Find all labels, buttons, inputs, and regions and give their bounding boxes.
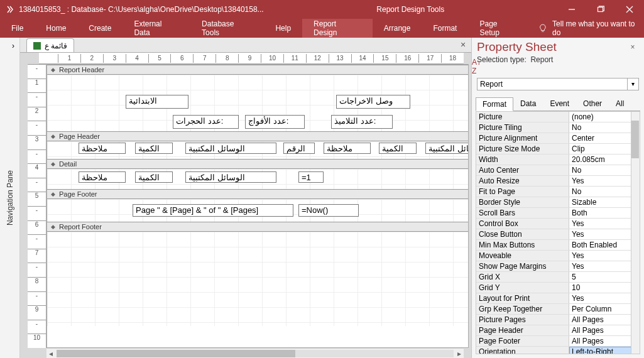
property-row[interactable]: Show Page MarginsYes (476, 261, 640, 272)
vertical-ruler[interactable]: -1-2-3-4-5-6-7-8-9-10 (28, 64, 46, 348)
control[interactable]: الكمية (135, 143, 173, 154)
close-tab-button[interactable]: × (459, 40, 467, 49)
close-panel-button[interactable]: × (626, 41, 639, 53)
property-row[interactable]: Layout for PrintYes (476, 293, 640, 304)
control[interactable]: الكمية (379, 143, 417, 154)
property-value[interactable]: No (569, 165, 640, 175)
property-value[interactable]: 10 (569, 283, 640, 293)
property-row[interactable]: Grp Keep TogetherPer Column (476, 304, 640, 315)
section-bar[interactable]: Report Header (47, 65, 468, 75)
property-value[interactable]: Clip (569, 144, 640, 154)
property-value[interactable]: Per Column (569, 304, 640, 314)
control[interactable]: =Now() (298, 204, 359, 217)
property-row[interactable]: Width20.085cm (476, 155, 640, 165)
property-row[interactable]: Page FooterAll Pages (476, 336, 640, 347)
control[interactable]: وصل الاخراجات (336, 95, 410, 109)
close-button[interactable] (615, 0, 644, 19)
property-tab-other[interactable]: Other (576, 97, 609, 111)
control[interactable]: الوسائل المكتبية (185, 143, 276, 154)
control[interactable]: الوسائل المكتبية (185, 171, 276, 183)
property-tab-all[interactable]: All (609, 97, 631, 111)
scrollbar-thumb[interactable] (57, 350, 295, 357)
property-row[interactable]: Control BoxYes (476, 219, 640, 229)
object-selector[interactable]: ▾ (477, 78, 639, 90)
property-tab-format[interactable]: Format (476, 97, 513, 111)
control[interactable]: ملاحظة (324, 143, 371, 154)
horizontal-scrollbar[interactable]: ◂ ▸ (46, 348, 464, 358)
section-body[interactable]: الابتدائيةوصل الاخراجاتعدد الحجرات:عدد ا… (47, 75, 468, 131)
property-row[interactable]: Border StyleSizable (476, 197, 640, 208)
property-value[interactable]: 20.085cm (569, 155, 640, 165)
scroll-left-icon[interactable]: ◂ (46, 349, 55, 358)
property-row[interactable]: Min Max ButtonsBoth Enabled (476, 240, 640, 251)
property-value[interactable]: Sizable (569, 197, 640, 207)
property-value[interactable]: All Pages (569, 315, 640, 325)
horizontal-ruler[interactable]: 123456789101112131415161718 (39, 53, 464, 64)
section-body[interactable]: ملاحظةالكميةالوسائل المكتبيةالرقمملاحظةا… (47, 141, 468, 159)
property-row[interactable]: Fit to PageNo (476, 187, 640, 197)
property-value[interactable]: Yes (569, 176, 640, 186)
property-row[interactable]: Picture AlignmentCenter (476, 133, 640, 144)
ribbon-tab-create[interactable]: Create (77, 19, 123, 38)
property-value[interactable]: Yes (569, 261, 640, 271)
ribbon-tab-help[interactable]: Help (264, 19, 302, 38)
nav-forward-icon[interactable] (5, 4, 15, 14)
property-value[interactable]: Yes (569, 229, 640, 239)
property-grid[interactable]: Picture(none)Picture TilingNoPicture Ali… (476, 111, 640, 354)
property-tab-data[interactable]: Data (513, 97, 543, 111)
section-body[interactable]: Page " & [Page] & " of " & [Pages]=Now() (47, 199, 468, 222)
file-tab[interactable]: File (0, 19, 35, 38)
section-bar[interactable]: Report Footer (47, 222, 468, 232)
property-value[interactable]: Both (569, 208, 640, 218)
property-row[interactable]: Picture(none) (476, 112, 640, 122)
document-tab[interactable]: قائمة ع (26, 38, 74, 52)
scrollbar-thumb[interactable] (631, 121, 639, 158)
property-value[interactable]: Center (569, 133, 640, 143)
dropdown-icon[interactable]: ▾ (628, 78, 639, 90)
vertical-scrollbar[interactable] (631, 112, 640, 354)
property-value[interactable]: No (569, 122, 640, 133)
property-value[interactable]: Yes (569, 219, 640, 229)
property-row[interactable]: Page HeaderAll Pages (476, 325, 640, 336)
control[interactable]: ملاحظة (79, 143, 126, 154)
sort-icon[interactable]: A↓Z (472, 58, 639, 75)
property-row[interactable]: OrientationLeft-to-Right (476, 347, 640, 354)
control[interactable]: عدد الأفواج: (245, 115, 305, 129)
ribbon-tab-format[interactable]: Format (422, 19, 468, 38)
property-row[interactable]: Scroll BarsBoth (476, 208, 640, 219)
ribbon-tab-page-setup[interactable]: Page Setup (468, 19, 530, 38)
chevron-right-icon[interactable]: › (12, 41, 14, 50)
property-row[interactable]: Auto CenterNo (476, 165, 640, 176)
property-row[interactable]: Auto ResizeYes (476, 176, 640, 187)
property-row[interactable]: Picture PagesAll Pages (476, 315, 640, 325)
control[interactable]: الابتدائية (126, 95, 188, 109)
section-body[interactable] (47, 232, 468, 326)
property-row[interactable]: MoveableYes (476, 251, 640, 261)
control[interactable]: الكمية (135, 171, 173, 183)
property-value[interactable]: Left-to-Right (569, 347, 640, 354)
property-value[interactable]: All Pages (569, 325, 640, 335)
scroll-right-icon[interactable]: ▸ (455, 349, 464, 358)
property-value[interactable]: Yes (569, 251, 640, 261)
ribbon-tab-report-design[interactable]: Report Design (302, 19, 373, 38)
section-bar[interactable]: Page Footer (47, 189, 468, 199)
property-row[interactable]: Picture Size ModeClip (476, 144, 640, 155)
section-body[interactable]: ملاحظةالكميةالوسائل المكتبية=1 (47, 169, 468, 189)
control[interactable]: عدد الحجرات: (173, 115, 239, 129)
minimize-button[interactable] (557, 0, 586, 19)
property-tab-event[interactable]: Event (543, 97, 576, 111)
property-row[interactable]: Grid X5 (476, 272, 640, 283)
control[interactable]: Page " & [Page] & " of " & [Pages] (133, 204, 293, 217)
restore-button[interactable] (586, 0, 615, 19)
control[interactable]: الوسائل المكتبية (425, 143, 469, 154)
control[interactable]: ملاحظة (79, 171, 126, 183)
section-bar[interactable]: Detail (47, 159, 468, 169)
property-value[interactable]: No (569, 187, 640, 197)
section-bar[interactable]: Page Header (47, 131, 468, 141)
property-value[interactable]: Yes (569, 293, 640, 303)
object-selector-input[interactable] (477, 78, 628, 90)
property-row[interactable]: Close ButtonYes (476, 229, 640, 240)
ribbon-tab-home[interactable]: Home (35, 19, 77, 38)
property-value[interactable]: (none) (569, 112, 640, 122)
ribbon-tab-arrange[interactable]: Arrange (373, 19, 422, 38)
